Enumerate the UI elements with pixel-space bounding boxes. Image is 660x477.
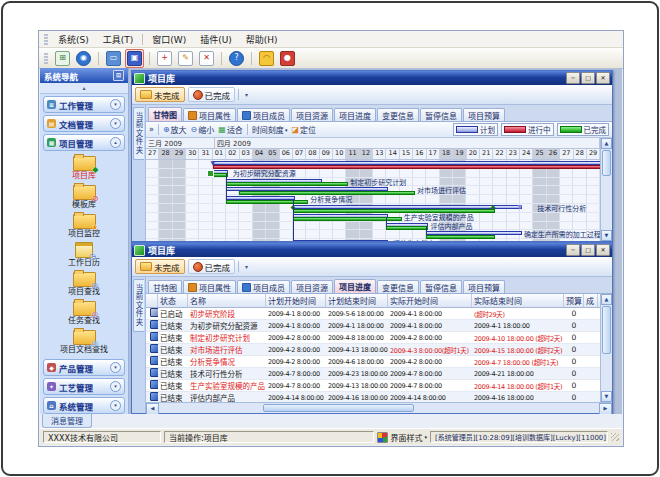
close-button[interactable]: ✕ [596,244,610,256]
tab-5[interactable]: 变更信息 [377,280,419,293]
current-folder-tab[interactable]: 当前文件夹 [133,279,144,332]
minimize-button[interactable]: ─ [566,244,580,256]
close-button[interactable]: ✕ [596,72,610,84]
message-manager-tab[interactable]: 消息管理 [42,414,92,428]
scroll-down-arrow[interactable]: ▼ [601,230,612,241]
help-icon[interactable]: ? [227,49,246,68]
vertical-scrollbar[interactable]: ▲ ▼ [600,294,612,402]
tab-0[interactable]: 甘特图 [148,280,182,293]
chevron-down-icon[interactable]: ▾ [110,400,121,411]
sidebar-item-4[interactable]: ◎项目查找 [40,269,128,298]
table-row[interactable]: 已结束技术可行性分析2009-4-7 8:00:002009-4-23 18:0… [146,368,600,380]
plan-bar[interactable] [293,240,388,241]
window-title-bar[interactable]: 项目库 ─□✕ [132,243,612,257]
menu-item-1[interactable]: 工具(T) [96,32,141,47]
column-header-row-icon[interactable] [146,294,158,307]
new-window-icon[interactable]: ⊞ [53,49,72,68]
chevron-down-icon[interactable]: ▾ [110,362,121,373]
sidebar-item-3[interactable]: ◷工作日历 [40,240,128,269]
tab-4[interactable]: 项目进度 [334,108,376,121]
chevron-down-icon[interactable]: ▾ [110,99,121,110]
tab-7[interactable]: 项目预算 [463,280,505,293]
menu-item-4[interactable]: 帮助(H) [239,32,285,47]
timescale-dropdown[interactable]: 时间刻度▾ [252,124,288,135]
scroll-up-arrow[interactable]: ▲ [601,138,612,149]
chevron-down-icon[interactable]: ▾ [110,118,121,129]
table-row[interactable]: 已结束对市场进行评估2009-4-2 8:00:002009-4-13 18:0… [146,344,600,356]
lock-icon[interactable]: ◠ [257,49,276,68]
restore-button[interactable]: □ [581,72,595,84]
horizontal-scrollbar[interactable]: ◀ ▶ [146,402,612,413]
tab-5[interactable]: 变更信息 [377,108,419,121]
table-row[interactable]: 已结束为初步研究分配资源2009-4-1 8:00:002009-4-1 18:… [146,320,600,332]
more-tools-button[interactable]: » [149,125,154,134]
sidebar-group-bottom-1[interactable]: ✦工艺管理▾ [43,378,125,395]
scroll-left-arrow[interactable]: ◀ [146,403,159,414]
tab-4[interactable]: 项目进度 [334,279,376,293]
sidebar-group-top-1[interactable]: ▤文档管理▾ [43,115,125,132]
vertical-scrollbar[interactable]: ▲ ▼ [600,138,612,241]
save-icon[interactable]: ▣ [125,49,144,68]
fit-button[interactable]: ▦适合 [218,124,243,135]
table-row[interactable]: 已启动初步研究阶段2009-4-1 8:00:002009-5-6 18:00:… [146,308,600,320]
sidebar-item-1[interactable]: ⊘模板库 [40,182,128,211]
ui-style-dropdown[interactable]: 界面样式 ▾ [377,432,427,443]
tab-2[interactable]: 项目成员 [237,280,290,293]
chevron-down-icon[interactable]: ▾ [110,381,121,392]
doc-edit-icon[interactable]: ✎ [176,49,195,68]
sidebar-item-5[interactable]: ◎任务查找 [40,298,128,327]
current-folder-tab[interactable]: 当前文件夹 [133,107,144,160]
tab-6[interactable]: 暂停信息 [420,280,462,293]
sidebar-item-2[interactable]: ★项目监控 [40,211,128,240]
sidebar-group-bottom-0[interactable]: ◆产品管理▾ [43,359,125,376]
menu-item-2[interactable]: 窗口(W) [145,32,193,47]
doc-add-icon[interactable]: + [155,49,174,68]
table-row[interactable]: 已结束制定初步研究计划2009-4-2 8:00:002009-4-8 18:0… [146,332,600,344]
pushpin-icon[interactable]: ⊡ [113,70,124,81]
table-row[interactable]: 已结束生产实验室规模的产品2009-4-7 8:00:002009-4-13 1… [146,380,600,392]
sidebar-item-6[interactable]: ◎项目文档查找 [40,327,128,356]
tab-1[interactable]: 项目属性 [183,280,236,293]
tab-3[interactable]: 项目资源 [291,280,333,293]
unfinished-filter-button[interactable]: 未完成 [135,259,185,274]
sidebar-collapse-strip[interactable]: ▴ [40,83,128,94]
restore-button[interactable]: □ [581,244,595,256]
sidebar-group-project[interactable]: ▦项目管理▴ [43,134,125,151]
column-header-plan-end[interactable]: 计划结束时间 [326,294,388,307]
open-folder-icon[interactable]: ▭ [104,49,123,68]
column-header-budget[interactable]: 预算 [564,294,584,307]
tab-7[interactable]: 项目预算 [463,108,505,121]
zoom-in-button[interactable]: ⊕放大 [163,124,187,135]
scrollbar-thumb[interactable] [602,150,611,176]
doc-delete-icon[interactable]: ✕ [197,49,216,68]
column-header-actual-end[interactable]: 实际结束时间 [472,294,564,307]
scrollbar-thumb[interactable] [263,404,414,412]
finished-filter-button[interactable]: 已完成 [188,259,236,274]
column-header-plan-start[interactable]: 计划开始时间 [266,294,326,307]
unfinished-filter-button[interactable]: 未完成 [135,87,185,102]
menu-item-3[interactable]: 插件(U) [193,32,239,47]
scroll-up-arrow[interactable]: ▲ [601,294,612,305]
tab-1[interactable]: 项目属性 [183,108,236,121]
column-header-actual-start[interactable]: 实际开始时间 [388,294,472,307]
tab-3[interactable]: 项目资源 [291,108,333,121]
zoom-out-button[interactable]: ⊖缩小 [191,124,215,135]
sidebar-group-bottom-2[interactable]: ⌂系统管理▾ [43,397,125,414]
column-header-cost[interactable]: 成 [584,294,598,307]
finished-filter-button[interactable]: 已完成 [188,87,236,102]
scrollbar-thumb[interactable] [602,306,611,354]
locate-button[interactable]: ◪定位 [291,124,316,135]
sidebar-group-top-0[interactable]: ≡工作管理▾ [43,96,125,113]
resize-grip[interactable] [611,433,619,441]
globe-icon[interactable]: ◉ [74,49,93,68]
chevron-up-icon[interactable]: ▴ [110,137,121,148]
tab-2[interactable]: 项目成员 [237,108,290,121]
column-header-status[interactable]: 状态 [158,294,188,307]
tab-0[interactable]: 甘特图 [148,107,182,121]
tab-6[interactable]: 暂停信息 [420,108,462,121]
table-row[interactable]: 已结束分析竞争情况2009-4-2 8:00:002009-4-6 18:00:… [146,356,600,368]
toolbar-overflow-button[interactable]: ▾ [242,91,251,98]
table-row[interactable]: 已结束评估内部产品2009-4-14 8:00:002009-4-16 18:0… [146,392,600,402]
toolbar-overflow-button[interactable]: ▾ [242,263,251,270]
exit-icon[interactable]: ● [278,49,297,68]
